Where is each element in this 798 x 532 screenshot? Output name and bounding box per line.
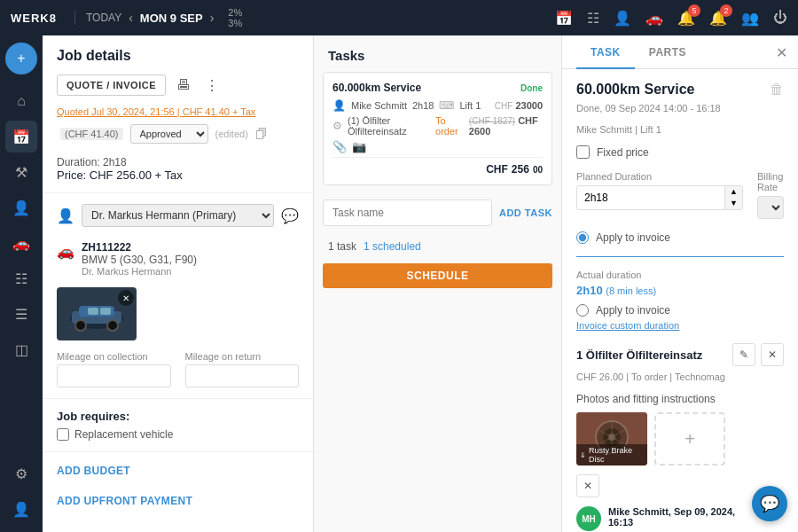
add-upfront-payment-button[interactable]: ADD UPFRONT PAYMENT <box>43 486 313 516</box>
progress-divider <box>576 256 784 257</box>
mileage-row: Mileage on collection Mileage on return <box>43 344 313 395</box>
add-photo-button[interactable]: + <box>654 412 725 466</box>
apply-invoice-row: Apply to invoice <box>576 231 784 244</box>
people-icon[interactable]: 👥 <box>741 10 759 27</box>
more-options-icon[interactable]: ⋮ <box>201 75 223 96</box>
actual-duration-row: 2h10 (8 min less) <box>576 284 784 297</box>
replacement-vehicle-checkbox[interactable] <box>57 428 69 441</box>
billing-rate-select[interactable]: (Mechanic) Mike Schmitt CHF 1( <box>757 196 784 219</box>
vehicle-row: 🚗 ZH111222 BMW 5 (G30, G31, F90) Dr. Mar… <box>43 234 313 284</box>
add-budget-button[interactable]: ADD BUDGET <box>43 456 313 486</box>
less-text: (8 min less) <box>606 286 656 296</box>
task-chf-wrap: CHF 23000 <box>495 100 543 111</box>
grid-nav-icon[interactable]: ☷ <box>587 10 599 27</box>
delete-part-button[interactable]: ✕ <box>761 343 784 366</box>
task-duration: 2h18 <box>412 100 434 111</box>
actual-duration-val: 2h10 <box>576 284 603 297</box>
apply-invoice-label2: Apply to invoice <box>596 304 670 317</box>
print-icon[interactable]: 🖶 <box>173 75 194 95</box>
calendar-icon[interactable]: 📅 <box>555 10 573 27</box>
task-total-row: CHF 256 00 <box>332 157 543 176</box>
sidebar-item-person[interactable]: 👤 <box>5 192 37 223</box>
planned-duration-label: Planned Duration <box>576 171 743 182</box>
sidebar-item-layers[interactable]: ◫ <box>5 333 37 365</box>
quoted-link[interactable]: Quoted Jul 30, 2024, 21:56 | CHF 41.40 +… <box>43 103 313 121</box>
duration-step-up[interactable]: ▲ <box>725 186 742 198</box>
user-button[interactable]: 👤 <box>5 493 37 525</box>
nav-arrows: ‹ <box>129 11 133 25</box>
sidebar-item-calendar[interactable]: 📅 <box>5 121 37 153</box>
prev-arrow-icon[interactable]: ‹ <box>129 11 133 25</box>
delete-task-icon[interactable]: 🗑 <box>770 82 784 98</box>
tab-task[interactable]: TASK <box>576 35 635 69</box>
chat-bubble-button[interactable]: 💬 <box>752 486 787 521</box>
photo-thumb: ⇓ Rusty Brake Disc <box>576 412 647 466</box>
photo-label-bar: ⇓ Rusty Brake Disc <box>576 444 647 466</box>
sidebar-item-car[interactable]: 🚗 <box>5 227 37 259</box>
task-name-input[interactable] <box>323 200 492 226</box>
duration-step-down[interactable]: ▼ <box>725 198 742 209</box>
task-detail-title-row: 60.000km Service 🗑 <box>576 82 784 98</box>
bell-icon[interactable]: 🔔 5 <box>677 10 695 27</box>
planned-duration-input[interactable] <box>577 187 724 208</box>
task-parts-row: ⚙ (1) Ölfilter Ölfiltereinsatz To order … <box>332 115 543 137</box>
actual-duration-section: Actual duration 2h10 (8 min less) Apply … <box>576 270 784 317</box>
task-detail-body: 60.000km Service 🗑 Done, 09 Sep 2024 14:… <box>562 69 798 532</box>
task-detail-panel: TASK PARTS ✕ 60.000km Service 🗑 Done, 09… <box>562 35 798 532</box>
power-icon[interactable]: ⏻ <box>773 10 787 26</box>
vehicle-info: ZH111222 BMW 5 (G30, G31, F90) Dr. Marku… <box>82 241 299 277</box>
task-card[interactable]: 60.000km Service Done 👤 Mike Schmitt 2h1… <box>323 72 552 185</box>
app-logo: WERK8 <box>11 12 57 25</box>
replacement-vehicle-row: Replacement vehicle <box>57 428 299 441</box>
schedule-button[interactable]: SCHEDULE <box>323 263 552 288</box>
contact-icon: 👤 <box>57 207 74 224</box>
car-nav-icon[interactable]: 🚗 <box>645 10 663 27</box>
contact-select[interactable]: Dr. Markus Hermann (Primary) <box>82 204 274 227</box>
sidebar-item-home[interactable]: ⌂ <box>5 85 37 117</box>
billing-rate-field: Billing Rate (Mechanic) Mike Schmitt CHF… <box>757 171 784 219</box>
main-container: + ⌂ 📅 ⚒ 👤 🚗 ☷ ☰ ◫ ⚙ 👤 Job details QUOTE … <box>0 35 798 532</box>
tasks-panel: Tasks 60.000km Service Done 👤 Mike Schmi… <box>314 35 562 532</box>
job-toolbar: QUOTE / INVOICE 🖶 ⋮ <box>43 71 313 103</box>
quote-invoice-button[interactable]: QUOTE / INVOICE <box>57 74 166 96</box>
task-detail-person-lift: Mike Schmitt | Lift 1 <box>576 124 784 135</box>
duration-steppers: ▲ ▼ <box>724 186 742 209</box>
settings-button[interactable]: ⚙ <box>5 458 37 489</box>
download-icon: ⇓ <box>580 451 586 459</box>
close-panel-button[interactable]: ✕ <box>776 43 787 60</box>
apply-invoice-radio[interactable] <box>576 231 589 244</box>
mileage-collection-input[interactable] <box>57 364 171 387</box>
duration-price: Duration: 2h18 Price: CHF 256.00 + Tax <box>43 151 313 189</box>
task-detail-done-info: Done, 09 Sep 2024 14:00 - 16:18 <box>576 103 784 113</box>
bell-badge: 5 <box>688 4 700 17</box>
invoice-custom-duration-link[interactable]: Invoice custom duration <box>576 320 784 331</box>
billing-row: Planned Duration ▲ ▼ Billing Rate (Mecha… <box>576 171 784 219</box>
add-task-button[interactable]: ADD TASK <box>499 207 552 218</box>
edit-part-button[interactable]: ✎ <box>732 343 755 366</box>
remove-photo-button[interactable]: ✕ <box>118 290 134 306</box>
part-meta: CHF 26.00 | To order | Technomag <box>576 372 784 382</box>
today-btn[interactable]: TODAY <box>86 12 121 24</box>
chat-icon[interactable]: 💬 <box>281 207 299 224</box>
comment-meta: Mike Schmitt, Sep 09, 2024, 16:13 <box>608 506 763 528</box>
sidebar-item-list[interactable]: ☰ <box>5 298 37 330</box>
notification-icon[interactable]: 🔔 2 <box>709 10 727 27</box>
part-row: 1 Ölfilter Ölfiltereinsatz ✎ ✕ <box>576 343 784 366</box>
remove-photo-section-button[interactable]: ✕ <box>576 474 599 497</box>
mileage-return-input[interactable] <box>185 364 300 387</box>
person-nav-icon[interactable]: 👤 <box>614 10 631 27</box>
add-job-button[interactable]: + <box>5 43 37 74</box>
photos-grid: ⇓ Rusty Brake Disc + <box>576 412 784 466</box>
vehicle-icon: 🚗 <box>57 243 74 260</box>
status-select[interactable]: Approved Pending Completed <box>130 124 208 144</box>
top-nav: WERK8 TODAY ‹ MON 9 SEP › 2% 3% 📅 ☷ 👤 🚗 … <box>0 0 798 35</box>
svg-rect-7 <box>100 308 111 315</box>
next-arrow-icon[interactable]: › <box>210 11 215 25</box>
sidebar-item-tools[interactable]: ⚒ <box>5 156 37 188</box>
sidebar-item-grid[interactable]: ☷ <box>5 262 37 294</box>
nav-date: MON 9 SEP <box>140 12 203 25</box>
apply-invoice-radio2[interactable] <box>576 304 589 317</box>
fixed-price-checkbox[interactable] <box>576 145 590 159</box>
tab-parts[interactable]: PARTS <box>635 35 700 69</box>
copy-icon[interactable]: 🗍 <box>255 127 268 141</box>
